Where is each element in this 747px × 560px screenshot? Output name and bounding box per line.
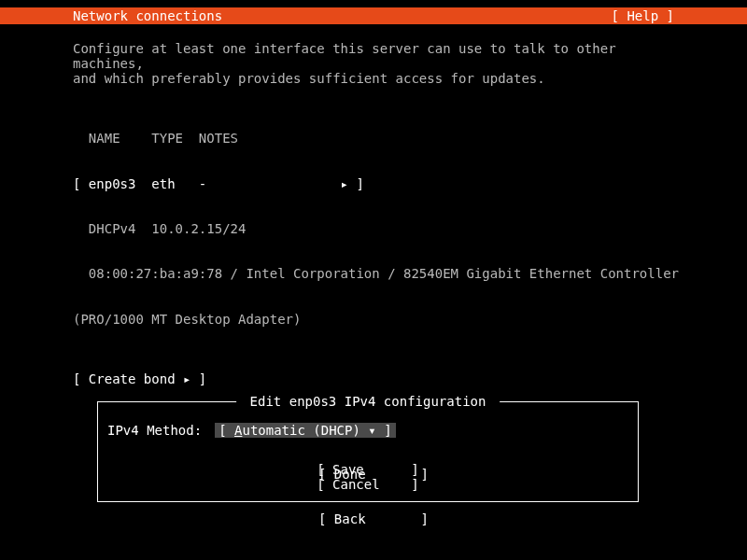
back-button[interactable]: [ Back ] <box>0 511 747 526</box>
interface-table: NAME TYPE NOTES [ enp0s3 eth - ▸ ] DHCPv… <box>73 101 674 357</box>
help-button[interactable]: [ Help ] <box>612 8 674 23</box>
iface-header-row: NAME TYPE NOTES <box>73 131 674 146</box>
intro-line2: and which preferably provides sufficient… <box>73 71 674 86</box>
iface-adapter-line: (PRO/1000 MT Desktop Adapter) <box>73 312 674 327</box>
page-title: Network connections <box>73 8 222 23</box>
iface-row-enp0s3[interactable]: [ enp0s3 eth - ▸ ] <box>73 176 674 191</box>
main-area: Configure at least one interface this se… <box>0 24 747 502</box>
header-bar: Network connections [ Help ] <box>0 7 747 24</box>
dialog-title: Edit enp0s3 IPv4 configuration <box>236 394 500 409</box>
bottom-button-bar: [ Done ] [ Back ] <box>0 436 747 541</box>
create-bond-button[interactable]: [ Create bond ▸ ] <box>73 371 674 386</box>
intro-text: Configure at least one interface this se… <box>73 41 674 86</box>
iface-dhcp-line: DHCPv4 10.0.2.15/24 <box>73 221 674 236</box>
intro-line1: Configure at least one interface this se… <box>73 41 674 71</box>
iface-mac-line: 08:00:27:ba:a9:78 / Intel Corporation / … <box>73 266 674 281</box>
done-button[interactable]: [ Done ] <box>0 467 747 482</box>
